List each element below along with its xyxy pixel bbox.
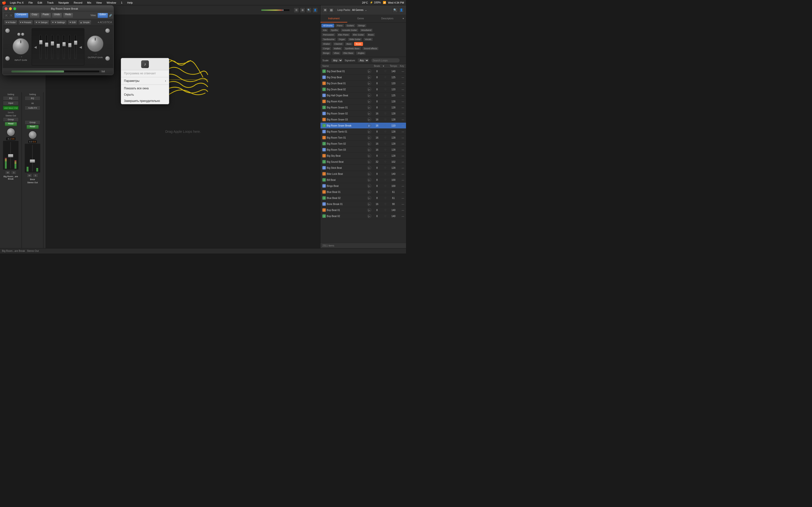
- cat-piano[interactable]: Piano: [335, 24, 344, 27]
- list-view-btn[interactable]: ▤: [329, 7, 334, 13]
- loop-heart[interactable]: ♡: [383, 143, 388, 145]
- loop-play-button[interactable]: ▷: [367, 142, 371, 146]
- strip2-audio-fx[interactable]: Audio FX: [24, 106, 40, 110]
- loop-play-button[interactable]: ▷: [367, 190, 371, 194]
- loop-heart[interactable]: ♡: [383, 149, 388, 151]
- loop-play-button[interactable]: ▷: [367, 112, 371, 115]
- strip1-mute[interactable]: M: [5, 171, 10, 175]
- tab-descriptors[interactable]: Descriptors: [374, 15, 401, 22]
- menu-window[interactable]: Window: [106, 1, 117, 5]
- settings-button[interactable]: ✦ ✦ Settings: [50, 20, 67, 25]
- cat-beats[interactable]: Beats: [354, 42, 363, 46]
- menu-record[interactable]: Record: [73, 1, 83, 5]
- menu-navigate[interactable]: Navigate: [57, 1, 70, 5]
- cat-kits[interactable]: Kits: [321, 28, 328, 32]
- loop-heart[interactable]: ♡: [383, 209, 388, 212]
- cat-conga[interactable]: Conga: [321, 47, 331, 50]
- loop-play-button[interactable]: ▷: [367, 208, 371, 212]
- cat-brass[interactable]: Brass: [366, 33, 375, 37]
- apple-menu[interactable]: 🍎: [2, 1, 6, 5]
- menu-view[interactable]: View: [95, 1, 103, 5]
- loop-item[interactable]: ♩ Big Drum Beat 01 ▷ 8 ♡ 120 —: [320, 80, 406, 87]
- loop-heart[interactable]: ♡: [383, 124, 388, 127]
- loop-play-button[interactable]: ▷: [367, 69, 371, 73]
- loop-play-button[interactable]: ▷: [367, 130, 371, 133]
- loop-item[interactable]: ♩ Bingo Beat ▷ 8 ♡ 100 —: [320, 183, 406, 189]
- input-small-knob-2[interactable]: [21, 33, 24, 36]
- copy-button[interactable]: Copy: [30, 13, 39, 18]
- menu-1[interactable]: 1: [120, 1, 123, 5]
- person-icon[interactable]: 👤: [312, 7, 318, 13]
- loop-heart[interactable]: ♡: [383, 161, 388, 163]
- close-button[interactable]: [5, 7, 7, 10]
- cm-show-all[interactable]: Показать все окна: [121, 85, 169, 92]
- fader-handle-2[interactable]: [45, 43, 48, 47]
- fader-handle-7[interactable]: [74, 41, 77, 45]
- fader-track-5[interactable]: [63, 35, 65, 59]
- maximize-button[interactable]: [13, 7, 16, 10]
- loop-item[interactable]: ♩ Big Room Tamb 01 ▷ 8 ♡ 128 —: [320, 129, 406, 135]
- channel-fader-handle-2[interactable]: [30, 159, 35, 163]
- output-gain-knob[interactable]: [87, 35, 104, 52]
- strip1-group[interactable]: Group: [3, 117, 18, 122]
- loop-item[interactable]: ♩ Bill Beat ▷ 8 ♡ 100 —: [320, 177, 406, 183]
- presets-button[interactable]: ▾ ▾ Presets: [18, 20, 33, 25]
- loop-item[interactable]: ♩ Big Deal Beat 01 ▷ 8 ♡ 140 —: [320, 68, 406, 74]
- cat-sound-effects[interactable]: Sound effects: [362, 47, 379, 50]
- tab-instrument[interactable]: Instrument: [320, 15, 347, 22]
- cat-synthetic-bass[interactable]: Synthetic Bass: [343, 47, 361, 50]
- compare-button[interactable]: Compare: [14, 13, 29, 18]
- fader-left-arrow[interactable]: ◀: [34, 45, 37, 49]
- cm-force-quit[interactable]: Завершить принудительно: [121, 98, 169, 104]
- edit-button[interactable]: ✦ Edit: [68, 20, 78, 25]
- loop-play-button[interactable]: ▷: [367, 94, 371, 97]
- signature-select[interactable]: Any: [357, 58, 369, 62]
- strip1-eq[interactable]: EQ: [3, 96, 18, 101]
- loop-heart[interactable]: ♡: [383, 118, 388, 121]
- cat-organ[interactable]: Organ: [337, 38, 347, 41]
- loop-heart[interactable]: ♡: [383, 94, 388, 97]
- prev-arrow[interactable]: ‹: [4, 13, 8, 18]
- loop-play-button[interactable]: ▷: [367, 100, 371, 103]
- tab-heart[interactable]: ♥: [401, 15, 406, 22]
- loop-play-button[interactable]: ▷: [367, 106, 371, 109]
- simple-button[interactable]: ▲ Simple: [78, 20, 91, 25]
- loop-item[interactable]: ♩ Big Drum Beat 02 ▷ 8 ♡ 120 —: [320, 87, 406, 93]
- loop-item[interactable]: ♩ Bop Beat 02 ▷ 8 ♡ 140 —: [320, 213, 406, 219]
- strip2-pan[interactable]: [28, 131, 37, 139]
- menu-track[interactable]: Track: [46, 1, 55, 5]
- cat-strings[interactable]: Strings: [356, 24, 367, 27]
- loop-play-button[interactable]: ▷: [367, 75, 371, 79]
- fader-handle-5[interactable]: [62, 42, 66, 46]
- strip1-input[interactable]: Input: [3, 101, 18, 105]
- add-btn[interactable]: 👤: [399, 7, 404, 13]
- loop-play-button[interactable]: ▷: [367, 154, 371, 158]
- loop-play-button[interactable]: ▷: [367, 214, 371, 218]
- cat-elec-piano[interactable]: Elec Piano: [337, 33, 350, 37]
- loop-item[interactable]: ♩ Big Room Snare Break ▷ 16 ♡ 110 —: [320, 123, 406, 129]
- loop-heart[interactable]: ♡: [383, 167, 388, 169]
- fader-right-arrow[interactable]: ◀: [79, 45, 82, 49]
- cat-elec-guitar[interactable]: Elec Guitar: [351, 33, 366, 37]
- fader-track-2[interactable]: [45, 35, 47, 59]
- strip2-group[interactable]: Group: [24, 120, 40, 125]
- tab-genre[interactable]: Genre: [347, 15, 374, 22]
- strip2-setting[interactable]: Setting: [23, 93, 42, 96]
- loop-item[interactable]: ♩ Blue Beat 02 ▷ 8 ♡ 61 —: [320, 195, 406, 201]
- redo-button[interactable]: Redo: [63, 13, 73, 18]
- loop-heart[interactable]: ♡: [383, 185, 388, 187]
- cat-vocals[interactable]: Vocals: [363, 38, 373, 41]
- loop-play-button[interactable]: ▷: [367, 172, 371, 176]
- cm-parameters[interactable]: Параметры ›: [121, 78, 169, 84]
- list-view-icon[interactable]: ☰: [294, 7, 299, 13]
- loop-play-button[interactable]: ▷: [367, 184, 371, 188]
- search-input[interactable]: [371, 58, 400, 63]
- loop-play-button[interactable]: ▷: [367, 202, 371, 206]
- strip1-channel-fader[interactable]: [8, 142, 13, 169]
- loop-play-button[interactable]: ▷: [367, 160, 371, 164]
- fader-handle-4[interactable]: [57, 44, 60, 48]
- loop-heart[interactable]: ♡: [383, 191, 388, 193]
- menu-help[interactable]: Help: [126, 1, 134, 5]
- input-gain-knob[interactable]: [12, 38, 29, 55]
- loop-heart[interactable]: ♡: [383, 179, 388, 181]
